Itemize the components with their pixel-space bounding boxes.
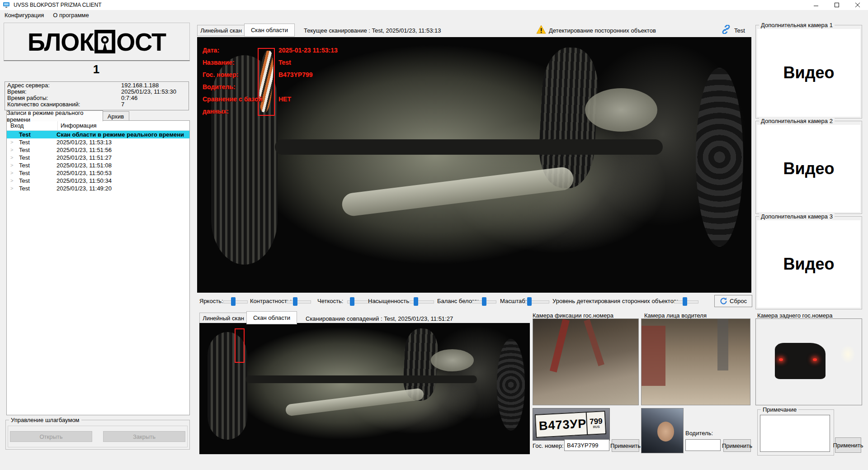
feed-detail [642, 326, 665, 386]
video-placeholder: Видео [783, 159, 835, 178]
server-time-value: 2025/01/23, 11:53:30 [121, 89, 176, 95]
slider-thumb[interactable] [231, 297, 236, 306]
scale-slider[interactable] [525, 300, 549, 304]
saturation-label: Насыщенность [368, 298, 409, 304]
column-info[interactable]: Информация [58, 122, 97, 129]
scan-exhaust-pipe [341, 166, 575, 217]
maximize-button[interactable] [826, 0, 847, 10]
tab-linear-scan-match[interactable]: Линейный скан [199, 313, 247, 324]
scan-axle [275, 139, 663, 155]
driver-photo [641, 408, 684, 453]
sharpness-label: Четкость: [317, 298, 343, 304]
scan-count-label: Количество сканирований: [5, 101, 121, 108]
video-placeholder: Видео [783, 255, 835, 274]
tab-archive[interactable]: Архив [102, 111, 129, 121]
video-placeholder: Видео [783, 63, 835, 82]
server-address-label: Адрес сервера: [5, 82, 121, 89]
keyhole-icon [94, 29, 115, 54]
table-row[interactable]: >Test2025/01/23, 11:51:27 [7, 154, 189, 161]
driver-apply-button[interactable]: Применить [723, 439, 751, 452]
scan-count-value: 7 [121, 101, 124, 108]
scale-label: Масштаб: [500, 298, 527, 304]
table-row[interactable]: >Test2025/01/23, 11:50:34 [7, 177, 189, 185]
reset-icon [720, 297, 727, 305]
overlay-name-value: Test [278, 57, 291, 69]
table-row[interactable]: >Test2025/01/23, 11:49:20 [7, 185, 189, 192]
extra-camera-3-video: Видео [757, 220, 860, 308]
detection-level-slider[interactable] [674, 300, 698, 304]
minimize-button[interactable] [806, 0, 826, 10]
table-row[interactable]: >Test2025/01/23, 11:51:08 [7, 161, 189, 169]
slider-thumb[interactable] [414, 297, 418, 306]
brightness-slider[interactable] [223, 300, 248, 304]
table-row[interactable]: >Test2025/01/23, 11:50:53 [7, 169, 189, 177]
table-row[interactable]: >Test2025/01/23, 11:53:13 [7, 138, 189, 146]
blokpost-logo: БЛОК ОСТ [4, 23, 190, 61]
main-scan-image[interactable]: Дата:2025-01-23 11:53:13 Название:Test Г… [197, 37, 751, 293]
server-info-panel: Адрес сервера:192.168.1.188 Время:2025/0… [5, 81, 189, 110]
row-info: 2025/01/23, 11:51:56 [57, 146, 112, 154]
link-icon[interactable] [722, 25, 731, 34]
barrier-open-button[interactable]: Открыть [10, 431, 92, 442]
slider-thumb[interactable] [293, 297, 297, 306]
barrier-close-button[interactable]: Закрыть [103, 431, 185, 442]
expand-chevron-icon[interactable]: > [10, 154, 13, 161]
overlay-plate-label: Гос. номер: [203, 69, 278, 81]
extra-camera-2-video: Видео [757, 125, 860, 212]
menu-configuration[interactable]: Конфигурация [0, 10, 48, 20]
title-bar: UVSS BLOKPOST PRIZMA CLIENT [0, 0, 868, 10]
tab-linear-scan[interactable]: Линейный скан [197, 25, 245, 36]
note-group: Примечание [757, 409, 834, 456]
driver-face [657, 422, 674, 441]
expand-chevron-icon[interactable]: > [10, 146, 13, 154]
table-row[interactable]: >Test2025/01/23, 11:51:56 [7, 146, 189, 154]
row-name: Test [19, 161, 30, 169]
menu-about[interactable]: О программе [48, 10, 94, 20]
feed-detail [584, 319, 604, 366]
slider-thumb[interactable] [683, 297, 687, 306]
feed-detail [550, 319, 570, 372]
driver-input[interactable] [685, 439, 721, 451]
extra-camera-1-group: Дополнительная камера 1 Видео [755, 25, 862, 119]
note-title: Примечание [761, 406, 798, 413]
table-row-selected[interactable]: TestСкан области в режиме реального врем… [7, 131, 189, 138]
logo-text-left: БЛОК [28, 27, 94, 56]
plate-apply-button[interactable]: Применить [612, 439, 639, 452]
scan-overlay-info: Дата:2025-01-23 11:53:13 Название:Test Г… [203, 44, 338, 105]
white-balance-slider[interactable] [472, 300, 496, 304]
plate-input[interactable] [564, 439, 609, 451]
tab-realtime-records[interactable]: Записи в режиме реального времени [6, 110, 103, 121]
uptime-value: 0:7:46 [121, 95, 137, 101]
note-textarea[interactable] [760, 415, 830, 452]
expand-chevron-icon[interactable]: > [10, 185, 13, 192]
expand-chevron-icon[interactable]: > [10, 138, 13, 146]
scan-muffler [585, 88, 657, 132]
feed-detail [717, 319, 728, 370]
feed-plate-camera [533, 318, 639, 405]
reset-button[interactable]: Сброс [714, 295, 752, 307]
feed-light-glow [840, 345, 855, 364]
expand-chevron-icon[interactable]: > [10, 161, 13, 169]
scan-wheel-far-right [696, 68, 743, 247]
feed-rear-plate-camera-title: Камера заднего гос.номера [757, 312, 832, 319]
slider-thumb[interactable] [527, 297, 532, 306]
match-scan-image[interactable] [199, 323, 530, 454]
row-name: Test [19, 131, 31, 138]
saturation-slider[interactable] [410, 300, 434, 304]
slider-thumb[interactable] [482, 297, 486, 306]
contrast-slider[interactable] [287, 300, 311, 304]
close-button[interactable] [847, 0, 868, 10]
row-info: 2025/01/23, 11:50:53 [57, 169, 112, 177]
expand-chevron-icon[interactable]: > [10, 169, 13, 177]
plate-field-label: Гос. номер: [533, 442, 564, 449]
tab-area-scan-match[interactable]: Скан области [246, 311, 297, 324]
slider-thumb[interactable] [350, 297, 354, 306]
extra-camera-2-title: Дополнительная камера 2 [759, 118, 835, 124]
row-info: 2025/01/23, 11:51:27 [57, 154, 112, 161]
link-test-label[interactable]: Test [734, 27, 745, 34]
detection-level-label: Уровень детектирования сторонних объекто… [552, 298, 678, 304]
expand-chevron-icon[interactable]: > [10, 177, 13, 185]
note-apply-button[interactable]: Применить [835, 437, 861, 453]
current-scan-label: Текущее сканирование : Test, 2025/01/23,… [304, 27, 441, 34]
tab-area-scan[interactable]: Скан области [244, 24, 295, 37]
